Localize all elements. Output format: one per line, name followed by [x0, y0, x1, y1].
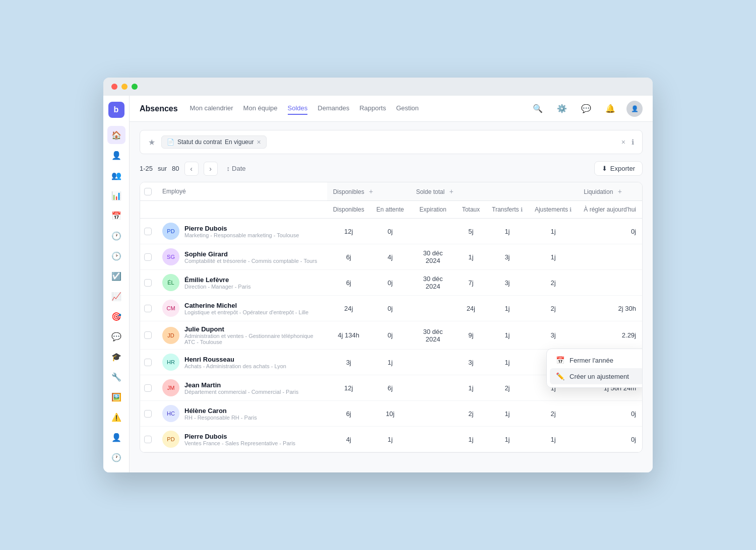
filter-chip[interactable]: 📄 Statut du contrat En vigueur × — [161, 135, 267, 149]
row-expiration: 30 déc 2024 — [410, 321, 456, 350]
sort-button[interactable]: ↕ Date — [223, 163, 250, 174]
context-menu-close-year[interactable]: 📅 Fermer l'année — [550, 352, 643, 368]
sidebar-item-target[interactable]: 🎯 — [107, 307, 125, 325]
row-checkbox-cell — [140, 296, 156, 321]
row-disponibles: 12j — [327, 219, 370, 244]
row-checkbox[interactable] — [144, 410, 152, 418]
sidebar-item-user[interactable]: 👤 — [107, 146, 125, 164]
row-checkbox[interactable] — [144, 305, 152, 312]
th-sub-transferts: Transferts ℹ — [486, 201, 529, 219]
settings-icon[interactable]: ⚙️ — [554, 101, 570, 117]
employee-name: Jean Martin — [184, 381, 298, 389]
close-dot[interactable] — [111, 84, 117, 90]
sidebar-item-clock2[interactable]: 🕑 — [107, 247, 125, 265]
row-expiration — [410, 296, 456, 321]
sidebar-item-gallery[interactable]: 🖼️ — [107, 388, 125, 406]
employee-name: Émilie Lefèvre — [184, 276, 250, 284]
table-row: CM Catherine Michel Logistique et entrep… — [140, 296, 642, 321]
sidebar-item-team[interactable]: 👥 — [107, 166, 125, 184]
sidebar-item-clock1[interactable]: 🕐 — [107, 227, 125, 245]
employee-subtitle: Marketing - Responsable marketing - Toul… — [184, 232, 299, 238]
table-body: PD Pierre Dubois Marketing - Responsable… — [140, 219, 642, 452]
row-checkbox[interactable] — [144, 253, 152, 261]
employee-avatar: JM — [162, 379, 179, 396]
table-row: ÉL Émilie Lefèvre Direction - Manager - … — [140, 270, 642, 296]
sidebar-item-messages[interactable]: 💬 — [107, 327, 125, 346]
sidebar-item-checklist[interactable]: ☑️ — [107, 267, 125, 285]
sidebar-item-reports[interactable]: 📊 — [107, 186, 125, 204]
table-container: Employé Disponibles + Solde total + — [140, 182, 643, 453]
sidebar-item-training[interactable]: 🎓 — [107, 348, 125, 366]
filter-chip-close[interactable]: × — [257, 138, 261, 146]
row-ajustements: 1j — [529, 244, 578, 270]
help-icon[interactable]: 💬 — [578, 101, 594, 117]
search-icon[interactable]: 🔍 — [530, 101, 546, 117]
row-transferts: 3j — [486, 270, 529, 296]
row-transferts: 3j — [486, 244, 529, 270]
row-transferts: 1j — [486, 321, 529, 350]
row-ajustements: 2j — [529, 401, 578, 427]
row-ajustements: 1j — [529, 427, 578, 452]
app-logo[interactable]: b — [108, 102, 124, 118]
nav-rapports[interactable]: Rapports — [359, 102, 386, 115]
sidebar-item-profile[interactable]: 👤 — [107, 428, 125, 446]
nav-mon-calendrier[interactable]: Mon calendrier — [190, 102, 233, 115]
row-a-regler — [578, 270, 642, 296]
nav-gestion[interactable]: Gestion — [396, 102, 419, 115]
export-icon: ⬇ — [602, 165, 607, 172]
row-en-attente: 10j — [370, 401, 410, 427]
row-en-attente: 0j — [370, 270, 410, 296]
solde-add-icon[interactable]: + — [447, 186, 457, 196]
row-checkbox[interactable] — [144, 384, 152, 392]
row-checkbox[interactable] — [144, 228, 152, 235]
filter-close-all[interactable]: × — [621, 138, 625, 146]
minimize-dot[interactable] — [121, 84, 128, 90]
th-sub-totaux: Totaux — [456, 201, 486, 219]
sidebar-item-home[interactable]: 🏠 — [107, 126, 125, 144]
disponibles-add-icon[interactable]: + — [366, 186, 376, 196]
employee-info: Pierre Dubois Ventes France - Sales Repr… — [184, 433, 295, 446]
row-expiration — [410, 401, 456, 427]
liquidation-add-icon[interactable]: + — [615, 186, 625, 196]
context-menu-create-adjustment[interactable]: ✏️ Créer un ajustement — [550, 368, 643, 384]
pagination-row: 1-25 sur 80 ‹ › ↕ Date ⬇ Exporter — [140, 161, 643, 176]
row-checkbox[interactable] — [144, 436, 152, 443]
notifications-icon[interactable]: 🔔 — [602, 101, 618, 117]
row-en-attente: 0j — [370, 321, 410, 350]
row-checkbox-cell — [140, 244, 156, 270]
nav-mon-equipe[interactable]: Mon équipe — [243, 102, 278, 115]
employee-info: Henri Rousseau Achats - Administration d… — [184, 356, 286, 369]
sidebar-item-alerts[interactable]: ⚠️ — [107, 408, 125, 426]
sidebar-item-chart[interactable]: 📈 — [107, 287, 125, 305]
employee-avatar: HC — [162, 405, 179, 422]
row-totaux: 7j — [456, 270, 486, 296]
export-label: Exporter — [610, 165, 635, 172]
row-employee-cell: JD Julie Dupont Administration et ventes… — [156, 321, 327, 350]
row-checkbox[interactable] — [144, 359, 152, 366]
filter-chip-label: Statut du contrat — [177, 139, 222, 146]
row-checkbox[interactable] — [144, 331, 152, 339]
row-en-attente: 4j — [370, 244, 410, 270]
row-disponibles: 12j — [327, 375, 370, 401]
select-all-checkbox[interactable] — [144, 188, 152, 195]
nav-demandes[interactable]: Demandes — [318, 102, 349, 115]
employee-avatar: PD — [162, 223, 179, 240]
th-liquidation-group: Liquidation + — [578, 182, 642, 201]
row-checkbox[interactable] — [144, 279, 152, 287]
row-ajustements: 2j — [529, 296, 578, 321]
filter-info-icon[interactable]: ℹ — [632, 138, 634, 146]
th-sub-en-attente: En attente — [370, 201, 410, 219]
sidebar-item-calendar[interactable]: 📅 — [107, 207, 125, 225]
employee-name: Pierre Dubois — [184, 225, 299, 232]
pagination-next[interactable]: › — [204, 162, 218, 176]
th-disponibles-label: Disponibles — [333, 188, 364, 195]
pagination-prev[interactable]: ‹ — [184, 162, 199, 176]
employee-info: Sophie Girard Comptabilité et trésorerie… — [184, 250, 317, 264]
sidebar-item-tools[interactable]: 🔧 — [107, 368, 125, 386]
favorite-icon[interactable]: ★ — [148, 138, 155, 147]
export-button[interactable]: ⬇ Exporter — [594, 161, 643, 176]
user-avatar[interactable]: 👤 — [626, 101, 643, 117]
maximize-dot[interactable] — [132, 84, 138, 90]
sidebar-item-history[interactable]: 🕐 — [107, 448, 125, 466]
nav-soldes[interactable]: Soldes — [288, 102, 308, 115]
